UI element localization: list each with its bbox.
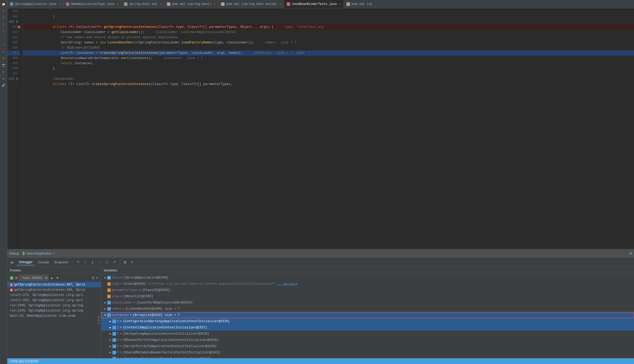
frame-item-4[interactable]: run:1266, SpringApplication (org.spring bbox=[7, 303, 101, 308]
var-item-1[interactable]: ▶ 1 = {ContextIdApplicationContextInitia… bbox=[101, 324, 634, 331]
evaluate-button[interactable]: ↗ bbox=[111, 259, 117, 265]
tool-icon-2[interactable]: 1 bbox=[1, 8, 7, 14]
var-icon-parameter-types: p bbox=[107, 288, 111, 292]
frame-item-5[interactable]: run:1255, SpringApplication (org.spring bbox=[7, 308, 101, 313]
var-icon-4 bbox=[112, 344, 116, 348]
var-item-3[interactable]: ▶ 3 = {RSocketPortInfoApplicationContext… bbox=[101, 337, 634, 343]
resume-button[interactable]: ▶ bbox=[9, 259, 16, 265]
tab-web-application-type[interactable]: E WebApplicationType.java ✕ bbox=[63, 0, 121, 8]
tab-close-pom-spring-boot[interactable]: ✕ bbox=[214, 3, 215, 6]
thread-selector: ▶ *main...NNING ▲ ▼ ☰ + bbox=[7, 274, 101, 282]
tab-close-java-bean-binder-tests[interactable]: ✕ bbox=[339, 3, 341, 6]
step-over-button[interactable]: ↷ bbox=[75, 259, 81, 265]
tab-spring-iml[interactable]: m spring-boot.iml ✕ bbox=[121, 0, 164, 8]
var-item-5[interactable]: ▶ 5 = {SharedMetadataReaderFactoryContex… bbox=[101, 349, 634, 356]
var-item-parameter-types[interactable]: p parameterTypes = {Class[0]@1564} bbox=[101, 287, 634, 293]
var-item-4[interactable]: ▶ 4 = {ServerPortInfoApplicationContextI… bbox=[101, 343, 634, 349]
tab-debugger[interactable]: Debugger bbox=[17, 259, 35, 265]
tab-icon-web-application-type: E bbox=[66, 2, 69, 6]
tool-icon-13[interactable]: 🔗 bbox=[1, 82, 7, 88]
var-item-this[interactable]: ▶ p this = {SpringApplication@1540} bbox=[101, 275, 634, 281]
tool-icon-3[interactable]: ≡ bbox=[1, 15, 7, 21]
var-expander-0[interactable]: ▶ bbox=[108, 319, 112, 323]
frame-item-0[interactable]: ■ getSpringFactoriesInstances:467, Sprin bbox=[7, 282, 101, 287]
frame-scroll-up[interactable]: ▲ bbox=[97, 316, 101, 318]
tab-endpoints[interactable]: Endpoints bbox=[52, 259, 70, 265]
frame-label-0: getSpringFactoriesInstances:467, Sprin bbox=[14, 283, 85, 287]
tab-pom-sp[interactable]: m pom.xml (sp bbox=[344, 0, 375, 8]
more-button[interactable]: ≡ bbox=[129, 259, 135, 265]
tab-spring-application[interactable]: J SpringApplication.java ✕ bbox=[7, 0, 63, 8]
frames-grid-button[interactable]: ⊞ bbox=[122, 259, 128, 265]
code-line-470 bbox=[23, 66, 634, 71]
thread-dropdown[interactable]: *main...NNING bbox=[19, 275, 48, 281]
debug-app-close[interactable]: ✕ bbox=[53, 252, 55, 255]
tab-close-spring-application[interactable]: ✕ bbox=[59, 3, 60, 6]
frame-copy-btn[interactable]: ⧉ bbox=[97, 319, 101, 322]
var-expander-5[interactable]: ▶ bbox=[108, 350, 112, 355]
var-expander-instances[interactable]: ▼ bbox=[103, 313, 107, 317]
frames-panel: Frames ▶ *main...NNING ▲ ▼ ☰ + bbox=[7, 267, 101, 358]
step-out-button[interactable]: ↑ bbox=[97, 259, 103, 265]
frame-item-1[interactable]: ■ getSpringFactoriesInstances:458, Sprin bbox=[7, 287, 101, 292]
code-lines: } private <T> Collection<T> getSpringFac… bbox=[23, 8, 634, 249]
var-expander-names[interactable]: ▶ bbox=[103, 307, 107, 311]
var-value-instances: {ArrayList@1632} size = 7 bbox=[133, 313, 180, 317]
frame-item-2[interactable]: <init>:276, SpringApplication (org.spri bbox=[7, 292, 101, 298]
code-area: 459 460 461 @ 462 463 464 465 466 467 46… bbox=[7, 8, 634, 249]
var-item-6[interactable]: ▶ 6 = {ConditionEvaluationReportLoggingL… bbox=[101, 356, 634, 358]
tool-icon-11[interactable]: ⚙ bbox=[1, 69, 7, 75]
var-expander-4[interactable]: ▶ bbox=[108, 344, 112, 348]
var-item-type[interactable]: p type = {Class@1563} "interface org.spr… bbox=[101, 281, 634, 287]
tab-pom-spring-boot[interactable]: m pom.xml (spring-boot) ✕ bbox=[164, 0, 218, 8]
var-expander-parameter-types[interactable] bbox=[103, 288, 107, 292]
frame-scroll-down[interactable]: ▼ bbox=[97, 322, 101, 325]
var-item-0[interactable]: ▶ 0 = {ConfigurationWarningsApplicationC… bbox=[101, 318, 634, 324]
var-expander-type[interactable] bbox=[103, 282, 107, 286]
thread-next-button[interactable]: ▼ bbox=[55, 276, 60, 280]
tab-close-pom-spring-boot-build[interactable]: ✕ bbox=[280, 3, 281, 6]
tab-console[interactable]: Console bbox=[36, 259, 51, 265]
var-name-names: names bbox=[112, 307, 121, 311]
var-navigate-type[interactable]: ... Navigate bbox=[277, 282, 297, 285]
debug-body: Frames ▶ *main...NNING ▲ ▼ ☰ + bbox=[7, 267, 634, 358]
var-equals-0: = bbox=[120, 320, 122, 323]
force-step-into-button[interactable]: ⤓ bbox=[89, 259, 96, 265]
var-expander-1[interactable]: ▶ bbox=[108, 326, 112, 330]
tool-icon-1[interactable]: 📁 bbox=[1, 1, 7, 7]
tool-icon-12[interactable]: ✺ bbox=[1, 75, 7, 82]
debug-settings-icon[interactable]: ⚙ bbox=[630, 251, 632, 256]
frame-label-6: main:13, Demo3Application (com.exam bbox=[10, 314, 75, 318]
tool-icon-8[interactable]: ★ bbox=[1, 48, 7, 55]
var-item-2[interactable]: ▶ 2 = {DelegatingApplicationContextIniti… bbox=[101, 331, 634, 337]
frames-filter-button[interactable]: ☰ bbox=[92, 276, 95, 280]
debug-app-tag[interactable]: 🍃 Demo3Application ✕ bbox=[22, 252, 55, 255]
tab-close-spring-iml[interactable]: ✕ bbox=[160, 3, 161, 6]
var-item-classloader[interactable]: ▶ classLoader = {Launcher$AppClassLoader… bbox=[101, 300, 634, 306]
tab-pom-spring-boot-build[interactable]: m pom.xml (spring-boot-build) ✕ bbox=[218, 0, 284, 8]
step-into-button[interactable]: ↓ bbox=[82, 259, 88, 265]
tool-icon-5[interactable]: ⬇ bbox=[1, 28, 7, 34]
debug-panel: Debug: 🍃 Demo3Application ✕ ⚙ ▶ Debugger… bbox=[7, 249, 634, 358]
var-expander-args[interactable] bbox=[103, 294, 107, 298]
tool-icon-4[interactable]: 2 bbox=[1, 21, 7, 28]
run-to-cursor-button[interactable]: ⤵ bbox=[104, 259, 110, 265]
thread-prev-button[interactable]: ▲ bbox=[49, 276, 54, 280]
var-expander-3[interactable]: ▶ bbox=[108, 338, 112, 342]
var-item-instances[interactable]: ▼ instances = {ArrayList@1632} size = 7 bbox=[101, 312, 634, 318]
var-expander-this[interactable]: ▶ bbox=[103, 276, 107, 280]
frames-add-button[interactable]: + bbox=[96, 276, 98, 280]
tab-java-bean-binder-tests[interactable]: J JavaBeanBinderTests.java ✕ bbox=[284, 0, 344, 8]
var-item-names[interactable]: ▶ names = {LinkedHashSet@1609} size = 7 bbox=[101, 306, 634, 312]
tool-icon-10[interactable]: 📷 bbox=[1, 62, 7, 68]
var-expander-2[interactable]: ▶ bbox=[108, 332, 112, 336]
frame-item-3[interactable]: <init>:253, SpringApplication (org.spri bbox=[7, 298, 101, 303]
tab-icon-pom-spring-boot-build: m bbox=[221, 2, 225, 6]
var-expander-classloader[interactable]: ▶ bbox=[103, 301, 107, 305]
tool-icon-9[interactable]: ⚙ bbox=[1, 55, 7, 61]
tool-icon-7[interactable]: ✎ bbox=[1, 42, 7, 48]
var-item-args[interactable]: p args = {Object[0]@1565} bbox=[101, 293, 634, 300]
frame-item-6[interactable]: main:13, Demo3Application (com.exam bbox=[7, 313, 101, 318]
tool-icon-6[interactable]: ↕ bbox=[1, 35, 7, 41]
tab-close-web-application-type[interactable]: ✕ bbox=[117, 3, 118, 6]
